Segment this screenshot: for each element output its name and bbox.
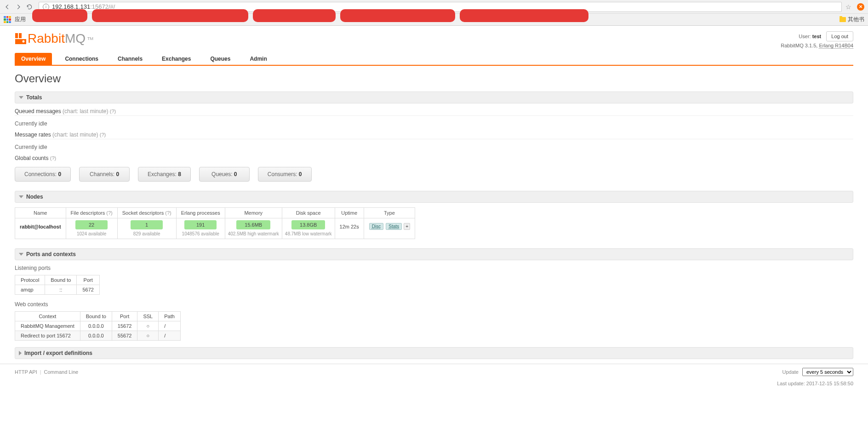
col-type: Type bbox=[364, 208, 415, 218]
help-icon[interactable]: (?) bbox=[50, 155, 56, 161]
nodes-table: Name File descriptors (?) Socket descrip… bbox=[15, 207, 415, 239]
fd-sub: 1024 available bbox=[66, 231, 117, 239]
caret-right-icon bbox=[19, 351, 22, 355]
folder-icon bbox=[839, 17, 846, 22]
cell-port: 15672 bbox=[112, 321, 137, 331]
caret-down-icon bbox=[19, 253, 23, 256]
table-header-row: Name File descriptors (?) Socket descrip… bbox=[15, 208, 415, 218]
col-fd: File descriptors (?) bbox=[66, 208, 117, 218]
table-row: rabbit@localhost 221024 available 1829 a… bbox=[15, 218, 415, 239]
ep-value: 191 bbox=[184, 220, 217, 229]
tag-disc[interactable]: Disc bbox=[369, 223, 383, 230]
table-row: amqp :: 5672 bbox=[15, 285, 100, 295]
count-connections[interactable]: Connections: 0 bbox=[15, 167, 71, 182]
table-row: Redirect to port 15672 0.0.0.0 55672 ○ / bbox=[15, 331, 181, 341]
count-channels[interactable]: Channels: 0 bbox=[79, 167, 130, 182]
logout-button[interactable]: Log out bbox=[826, 31, 853, 41]
apps-label[interactable]: 应用 bbox=[15, 16, 26, 23]
logo-text: RabbitMQ bbox=[28, 31, 86, 46]
col-uptime: Uptime bbox=[335, 208, 364, 218]
other-bookmarks-label: 其他书 bbox=[848, 16, 864, 23]
svg-point-3 bbox=[23, 40, 25, 43]
help-icon[interactable]: (?) bbox=[110, 109, 116, 114]
section-nodes[interactable]: Nodes bbox=[15, 191, 853, 203]
version-info: RabbitMQ 3.1.5, Erlang R14B04 bbox=[781, 43, 853, 48]
col-name: Name bbox=[15, 208, 66, 218]
totals-heading: Totals bbox=[26, 94, 42, 101]
cell-context: RabbitMQ Management bbox=[15, 321, 80, 331]
page-title: Overview bbox=[15, 72, 853, 85]
tab-channels[interactable]: Channels bbox=[111, 53, 149, 65]
footer: HTTP API | Command Line Update every 5 s… bbox=[0, 364, 868, 380]
col-disk: Disk space bbox=[282, 208, 335, 218]
table-header-row: Protocol Bound to Port bbox=[15, 275, 100, 285]
col-port: Port bbox=[77, 275, 99, 285]
fd-value: 22 bbox=[75, 220, 108, 229]
tag-plus[interactable]: + bbox=[404, 223, 410, 230]
web-contexts-table: Context Bound to Port SSL Path RabbitMQ … bbox=[15, 311, 181, 341]
section-totals[interactable]: Totals bbox=[15, 91, 853, 103]
node-type: Disc Stats + bbox=[364, 218, 415, 239]
global-counts: Connections: 0 Channels: 0 Exchanges: 8 … bbox=[15, 167, 853, 182]
tab-admin[interactable]: Admin bbox=[243, 53, 273, 65]
other-bookmarks[interactable]: 其他书 bbox=[839, 16, 864, 23]
col-context: Context bbox=[15, 312, 80, 321]
section-ports[interactable]: Ports and contexts bbox=[15, 248, 853, 260]
tab-connections[interactable]: Connections bbox=[58, 53, 105, 65]
global-counts-label: Global counts (?) bbox=[15, 155, 853, 162]
caret-down-icon bbox=[19, 96, 23, 99]
queued-messages-label: Queued messages (chart: last minute) (?) bbox=[15, 108, 853, 116]
bookmark-star-icon[interactable]: ☆ bbox=[845, 3, 851, 11]
count-exchanges[interactable]: Exchanges: 8 bbox=[138, 167, 191, 182]
col-bound: Bound to bbox=[80, 312, 112, 321]
node-name[interactable]: rabbit@localhost bbox=[15, 218, 66, 239]
listening-ports-title: Listening ports bbox=[15, 265, 853, 271]
apps-icon[interactable] bbox=[4, 16, 11, 23]
command-line-link[interactable]: Command Line bbox=[44, 369, 79, 375]
reload-icon[interactable] bbox=[26, 3, 33, 11]
bookmark-bar: 应用 其他书 bbox=[0, 14, 868, 26]
col-mem: Memory bbox=[225, 208, 282, 218]
col-sd: Socket descriptors (?) bbox=[117, 208, 176, 218]
user-name: test bbox=[812, 34, 822, 39]
col-protocol: Protocol bbox=[15, 275, 45, 285]
erlang-link[interactable]: Erlang R14B04 bbox=[819, 43, 853, 49]
help-icon[interactable]: (?) bbox=[100, 132, 106, 137]
cell-ssl: ○ bbox=[137, 321, 159, 331]
col-port: Port bbox=[112, 312, 137, 321]
last-update: Last update: 2017-12-15 15:58:50 bbox=[0, 380, 868, 387]
tab-queues[interactable]: Queues bbox=[204, 53, 237, 65]
mem-value: 15.6MB bbox=[236, 220, 270, 229]
logo[interactable]: RabbitMQ TM bbox=[15, 31, 93, 46]
back-icon[interactable] bbox=[4, 3, 11, 11]
ports-heading: Ports and contexts bbox=[26, 251, 76, 257]
user-info: User: test Log out bbox=[781, 31, 853, 41]
count-queues[interactable]: Queues: 0 bbox=[199, 167, 250, 182]
cell-bound: 0.0.0.0 bbox=[80, 331, 112, 341]
svg-rect-1 bbox=[19, 33, 22, 38]
forward-icon[interactable] bbox=[15, 3, 22, 11]
count-consumers[interactable]: Consumers: 0 bbox=[258, 167, 312, 182]
cell-protocol: amqp bbox=[15, 285, 45, 295]
import-export-heading: Import / export definitions bbox=[24, 350, 92, 356]
disk-value: 13.8GB bbox=[291, 220, 325, 229]
tab-exchanges[interactable]: Exchanges bbox=[155, 53, 197, 65]
redaction bbox=[253, 9, 336, 22]
queued-idle: Currently idle bbox=[15, 120, 853, 127]
cell-bound: 0.0.0.0 bbox=[80, 321, 112, 331]
redaction bbox=[32, 9, 87, 22]
tab-overview[interactable]: Overview bbox=[15, 53, 52, 65]
update-interval-select[interactable]: every 5 seconds bbox=[802, 368, 853, 376]
sd-value: 1 bbox=[131, 220, 163, 229]
logo-trademark: TM bbox=[87, 36, 93, 41]
redaction bbox=[92, 9, 248, 22]
logo-icon bbox=[15, 33, 27, 45]
col-path: Path bbox=[159, 312, 181, 321]
web-contexts-title: Web contexts bbox=[15, 301, 853, 308]
tag-stats[interactable]: Stats bbox=[386, 223, 402, 230]
extension-icon[interactable]: ✕ bbox=[857, 3, 864, 11]
section-import-export[interactable]: Import / export definitions bbox=[15, 347, 853, 359]
nodes-heading: Nodes bbox=[26, 194, 43, 200]
http-api-link[interactable]: HTTP API bbox=[15, 369, 37, 375]
update-label: Update bbox=[782, 369, 799, 375]
